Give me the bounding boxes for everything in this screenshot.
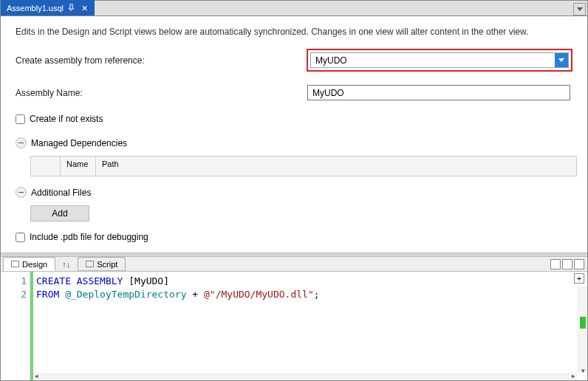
code-token-keyword: FROM (36, 289, 65, 300)
script-editor[interactable]: 1 2 CREATE ASSEMBLY [MyUDO] FROM @_Deplo… (1, 272, 587, 380)
script-icon (86, 261, 94, 267)
deps-col-blank (31, 157, 61, 176)
create-if-not-exists-label: Create if not exists (30, 114, 103, 124)
assembly-name-label: Assembly Name: (16, 88, 307, 98)
tab-assembly1[interactable]: Assembly1.usql ✕ (1, 0, 95, 16)
scroll-right-icon[interactable]: ▸ (572, 372, 575, 380)
code-token-semi: ; (314, 289, 320, 300)
design-icon (11, 261, 19, 267)
view-tabs: Design ↑↓ Script (1, 257, 587, 272)
code-token-ident: [MyUDO] (129, 275, 169, 286)
reference-label: Create assembly from reference: (16, 55, 307, 66)
scroll-left-icon[interactable]: ◂ (35, 372, 38, 380)
horizontal-scrollbar[interactable]: ◂ ▸ (33, 373, 577, 380)
collapse-pane-button[interactable] (574, 259, 584, 270)
vertical-scrollbar[interactable]: ▾ (577, 286, 587, 373)
swap-views-button[interactable]: ↑↓ (55, 260, 78, 269)
include-pdb-checkbox[interactable] (16, 233, 25, 242)
line-number: 1 (1, 275, 27, 288)
svg-marker-1 (558, 58, 564, 62)
managed-deps-table: Name Path (30, 156, 577, 176)
tab-script-label: Script (97, 260, 117, 269)
chevron-down-icon[interactable] (555, 53, 568, 67)
code-content[interactable]: CREATE ASSEMBLY [MyUDO] FROM @_DeployTem… (30, 272, 587, 380)
create-if-not-exists-checkbox[interactable] (16, 114, 25, 124)
tabbar-overflow-button[interactable] (573, 3, 586, 16)
view-layout-tools (550, 259, 584, 270)
tab-title: Assembly1.usql (7, 4, 64, 13)
deps-col-path[interactable]: Path (96, 157, 576, 176)
pin-icon[interactable] (68, 4, 75, 13)
code-token-var: @_DeployTempDirectory (65, 289, 186, 300)
scroll-down-icon[interactable]: ▾ (581, 367, 585, 374)
reference-highlight: MyUDO (307, 49, 572, 72)
sync-hint: Edits in the Design and Script views bel… (16, 27, 572, 37)
code-token-string: @"/MyUDO/MyUDO.dll" (204, 289, 314, 300)
add-button[interactable]: Add (30, 205, 89, 222)
managed-deps-collapse-button[interactable] (16, 137, 27, 148)
document-tabbar: Assembly1.usql ✕ (1, 1, 587, 16)
assembly-name-input[interactable] (307, 85, 570, 100)
svg-marker-0 (577, 7, 583, 11)
window-root: Assembly1.usql ✕ Edits in the Design and… (0, 0, 588, 381)
split-vertical-button[interactable] (550, 259, 561, 270)
code-token-plus: + (187, 289, 204, 300)
tab-script[interactable]: Script (78, 257, 126, 271)
include-pdb-label: Include .pdb file for debugging (30, 232, 148, 242)
line-number: 2 (1, 288, 27, 301)
tab-design-label: Design (22, 260, 47, 269)
design-panel: Edits in the Design and Script views bel… (1, 16, 587, 253)
split-horizontal-button[interactable] (562, 259, 572, 270)
code-token-keyword: CREATE ASSEMBLY (36, 275, 129, 286)
add-button-label: Add (52, 208, 67, 219)
tab-design[interactable]: Design (3, 257, 55, 271)
split-new-window-button[interactable]: + (574, 273, 584, 284)
line-gutter: 1 2 (1, 272, 30, 380)
reference-dropdown[interactable]: MyUDO (310, 52, 569, 68)
close-icon[interactable]: ✕ (80, 4, 89, 13)
change-marker (580, 317, 586, 329)
reference-value: MyUDO (315, 55, 347, 66)
additional-files-label: Additional Files (31, 188, 91, 198)
deps-col-name[interactable]: Name (61, 157, 96, 176)
additional-files-collapse-button[interactable] (16, 187, 27, 198)
managed-deps-label: Managed Dependencies (31, 138, 127, 148)
